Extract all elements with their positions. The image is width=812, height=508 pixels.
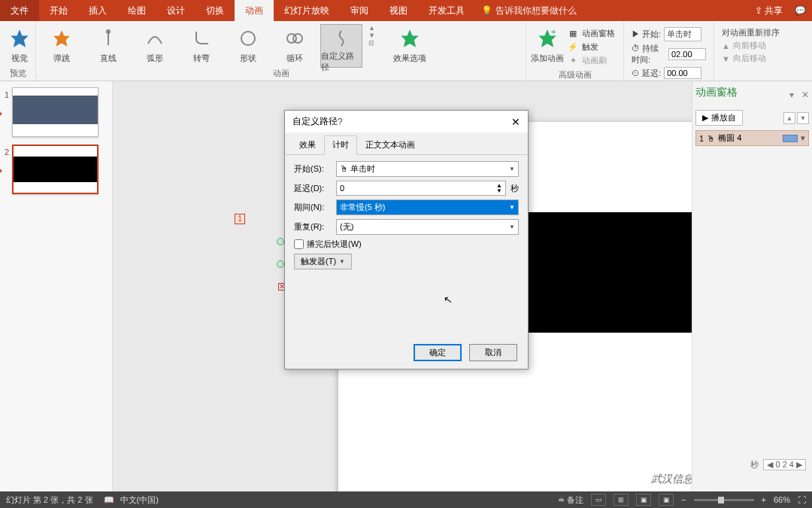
- tell-me-search[interactable]: 💡告诉我你想要做什么: [481, 5, 577, 17]
- notes-button[interactable]: ≐ 备注: [558, 494, 583, 506]
- menu-design[interactable]: 设计: [156, 0, 195, 21]
- preview-button[interactable]: 视觉: [5, 24, 35, 68]
- slide-2-preview: [12, 144, 98, 194]
- custom-path-icon: [330, 28, 353, 47]
- delay-field[interactable]: [664, 67, 701, 79]
- menu-file[interactable]: 文件: [0, 0, 39, 21]
- dlg-rewind-label: 播完后快退(W): [307, 239, 362, 250]
- preview-group: 视觉 预览: [0, 21, 36, 81]
- tab-text-animation[interactable]: 正文文本动画: [357, 135, 423, 154]
- start-label: ▶ 开始:: [632, 29, 661, 40]
- dlg-rewind-checkbox[interactable]: [294, 239, 304, 249]
- slide-thumb-2[interactable]: 2★: [5, 144, 112, 194]
- reading-view-button[interactable]: ▣: [636, 494, 651, 506]
- dialog-close-button[interactable]: ✕: [511, 116, 520, 128]
- path-handle[interactable]: [277, 260, 284, 268]
- turn-icon: [190, 27, 213, 50]
- bounce-icon: [50, 27, 73, 50]
- animation-painter-button[interactable]: ✦动画刷: [567, 54, 615, 66]
- dlg-ok-button[interactable]: 确定: [414, 344, 462, 361]
- pane-menu-button[interactable]: ▾: [789, 90, 794, 100]
- dlg-cancel-button[interactable]: 取消: [469, 344, 517, 361]
- svg-text:+: +: [551, 28, 556, 36]
- anim-loop[interactable]: 循环: [274, 24, 316, 68]
- pane-close-button[interactable]: ✕: [801, 90, 809, 100]
- dlg-repeat-field[interactable]: (无)▼: [336, 219, 519, 235]
- slide-position: 幻灯片 第 2 张，共 2 张: [6, 494, 93, 506]
- chevron-down-icon: ▼: [509, 166, 515, 172]
- anim-pane-title: 动画窗格: [695, 86, 738, 99]
- anim-custom-path[interactable]: 自定义路径: [320, 24, 362, 68]
- move-down-button[interactable]: ▼: [797, 112, 809, 124]
- anim-line[interactable]: 直线: [87, 24, 129, 68]
- slideshow-view-button[interactable]: ▣: [659, 494, 674, 506]
- normal-view-button[interactable]: ▭: [591, 494, 606, 506]
- dialog-titlebar[interactable]: 自定义路径 ? ✕: [285, 111, 528, 132]
- advanced-group-label: 高级动画: [531, 69, 619, 81]
- play-from-button[interactable]: ▶ 播放自: [695, 110, 743, 126]
- share-button[interactable]: ⇪ 共享: [755, 5, 783, 17]
- spellcheck-icon[interactable]: 📖: [104, 495, 114, 505]
- item-menu-button[interactable]: ▾: [801, 133, 805, 143]
- anim-item-name: 椭圆 4: [718, 132, 741, 144]
- menu-draw[interactable]: 绘图: [117, 0, 156, 21]
- dlg-delay-field[interactable]: 0▲▼: [336, 181, 506, 196]
- anim-turn[interactable]: 转弯: [180, 24, 223, 68]
- menu-transitions[interactable]: 切换: [195, 0, 235, 21]
- svg-point-4: [241, 32, 255, 45]
- sorter-view-button[interactable]: ⊞: [614, 494, 629, 506]
- dlg-duration-field[interactable]: 非常慢(5 秒)▼: [336, 199, 519, 215]
- effect-options-icon: [398, 27, 421, 50]
- move-up-button[interactable]: ▲: [783, 112, 795, 124]
- animation-sequence-badge[interactable]: 1: [235, 214, 245, 224]
- zoom-level[interactable]: 66%: [774, 495, 790, 504]
- watermark-text: 武汉信息传播职业技术学: [651, 473, 692, 486]
- dlg-repeat-label: 重复(R):: [294, 221, 336, 233]
- line-icon: [97, 27, 120, 50]
- fit-window-button[interactable]: ⛶: [798, 495, 806, 504]
- anim-shape[interactable]: 形状: [227, 24, 269, 68]
- zoom-out-button[interactable]: −: [681, 495, 686, 504]
- dialog-help-button[interactable]: ?: [338, 117, 343, 127]
- tab-effect[interactable]: 效果: [291, 135, 324, 154]
- anim-bounce[interactable]: 弹跳: [41, 24, 83, 68]
- comments-icon[interactable]: 💬: [795, 5, 806, 16]
- anim-item-num: 1: [699, 134, 704, 143]
- anim-item-1[interactable]: 1 🖱 椭圆 4 ▾: [695, 130, 809, 146]
- cursor-icon: ↖: [443, 293, 454, 306]
- menu-home[interactable]: 开始: [39, 0, 78, 21]
- trigger-button[interactable]: ⚡触发: [567, 41, 615, 53]
- preview-group-label: 预览: [5, 68, 31, 79]
- menu-view[interactable]: 视图: [379, 0, 418, 21]
- effect-options-button[interactable]: 效果选项: [389, 24, 431, 68]
- shape-icon: [237, 27, 259, 50]
- dlg-trigger-button[interactable]: 触发器(T) ▼: [294, 254, 352, 269]
- move-later-button[interactable]: ▼ 向后移动: [722, 53, 804, 64]
- menu-developer[interactable]: 开发工具: [418, 0, 475, 21]
- animation-pane: 动画窗格 ▾ ✕ ▶ 播放自 ▲▼ 1 🖱 椭圆 4 ▾ 秒 ◀ 0 2 4 ▶: [692, 81, 812, 491]
- zoom-slider[interactable]: [694, 499, 754, 501]
- menu-review[interactable]: 审阅: [340, 0, 379, 21]
- language-indicator[interactable]: 中文(中国): [120, 494, 159, 506]
- dlg-start-field[interactable]: 🖱 单击时▼: [336, 161, 519, 177]
- slide-thumb-1[interactable]: 1★: [5, 87, 112, 137]
- move-earlier-button[interactable]: ▲ 向前移动: [722, 40, 804, 51]
- path-start-handle[interactable]: [277, 238, 284, 245]
- reorder-group: 对动画重新排序 ▲ 向前移动 ▼ 向后移动: [714, 21, 812, 81]
- start-field[interactable]: 单击时: [664, 27, 701, 41]
- timeline-ticks[interactable]: ◀ 0 2 4 ▶: [763, 459, 806, 470]
- animation-pane-button[interactable]: ▦动画窗格: [567, 27, 615, 39]
- trigger-icon: ⚡: [567, 41, 579, 53]
- anim-gallery-more[interactable]: ▲▼⊟: [368, 24, 375, 47]
- tab-timing[interactable]: 计时: [324, 135, 357, 155]
- zoom-in-button[interactable]: +: [762, 495, 766, 504]
- dlg-duration-label: 期间(N):: [294, 202, 336, 213]
- loop-icon: [283, 27, 306, 50]
- menu-animations[interactable]: 动画: [235, 0, 274, 21]
- menu-insert[interactable]: 插入: [78, 0, 117, 21]
- add-animation-button[interactable]: +添加动画: [531, 24, 564, 68]
- anim-arc[interactable]: 弧形: [134, 24, 176, 68]
- menu-slideshow[interactable]: 幻灯片放映: [274, 0, 340, 21]
- duration-field[interactable]: [668, 48, 706, 60]
- svg-marker-1: [53, 30, 70, 47]
